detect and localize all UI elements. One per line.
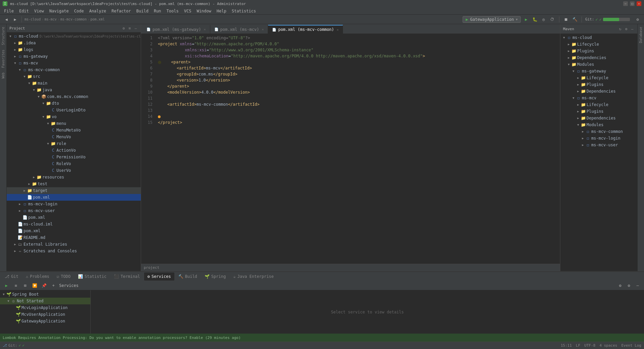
tab-statistic[interactable]: 📊 Statistic [75,272,110,281]
maven-item-modules1[interactable]: ▼ 📁 Modules [560,61,637,68]
tab-close-btn[interactable]: ✕ [337,28,339,32]
maven-minimize-btn[interactable]: — [630,27,635,31]
maven-item-plugins1[interactable]: ▶ 📁 Plugins [560,48,637,54]
menu-code[interactable]: Code [72,8,87,14]
tree-item-menuvo[interactable]: C MenuVo [7,134,141,140]
tab-terminal[interactable]: ⬛ Terminal [111,272,143,281]
maven-item-ms-cloud[interactable]: ▼ ◻ ms-cloud [560,34,637,41]
tree-item-ms-mcv-user[interactable]: ▶ ◻ ms-mcv-user [7,207,141,214]
back-button[interactable]: ◀ [3,16,10,23]
tree-item-uservo[interactable]: C UserVo [7,167,141,174]
debug-button[interactable]: 🐛 [531,16,538,23]
maven-item-deps-gw[interactable]: ▶ 📁 Dependencies [560,88,637,95]
tree-item-permissionvo[interactable]: C PermissionVo [7,154,141,160]
add-btn[interactable]: + [50,282,57,289]
tree-item-ms-mcv[interactable]: ▼ ◻ ms-mcv [7,60,141,66]
maven-item-ms-mcv-common[interactable]: ▶ ◻ ms-mcv-common [560,128,637,135]
tab-problems[interactable]: ⚠ Problems [23,272,53,281]
tab-java-enterprise[interactable]: ☕ Java Enterprise [230,272,277,281]
service-gateway[interactable]: 🌱 GatewayApplication [0,318,90,325]
tree-item-menu-folder[interactable]: ▼ 📁 menu [7,120,141,127]
tree-item-pom-mcv[interactable]: 📄 pom.xml [7,214,141,221]
structure-label[interactable]: Structure [1,26,6,46]
maven-refresh-btn[interactable]: ↻ [618,27,622,31]
maven-item-ms-gateway[interactable]: ▼ ◻ ms-gateway [560,68,637,74]
maven-item-lifecycle1[interactable]: ▶ 📁 Lifecycle [560,41,637,48]
spring-boot-group[interactable]: ▼ 🌱 Spring Boot [0,291,90,298]
menu-vcs[interactable]: VCS [181,8,194,14]
tree-item-readme[interactable]: 📝 README.md [7,234,141,241]
stop-button[interactable]: ⏹ [563,16,569,23]
not-started-group[interactable]: ▼ ◎ Not Started [0,298,90,304]
tab-pom-gateway[interactable]: 📄 pom.xml (ms-gateway) ✕ [142,25,210,34]
tree-item-idea[interactable]: ▶ 📁 .idea [7,40,141,46]
settings-button[interactable]: ⚙ [634,16,641,23]
maven-item-lifecycle-mcv[interactable]: ▶ 📁 Lifecycle [560,101,637,108]
run-button[interactable]: ▶ [523,16,529,23]
project-tree[interactable]: ▼ ◻ ms-cloud D:\work\JavaTeam\workspace\… [7,32,141,271]
services-minimize-btn[interactable]: — [634,282,641,289]
encoding-label[interactable]: UTF-8 [584,343,595,348]
run-service-btn[interactable]: ▶ [3,282,10,289]
tab-git[interactable]: ⎇ Git [1,272,22,281]
tree-item-actionvo[interactable]: C ActionVo [7,147,141,154]
pin-btn[interactable]: 📌 [40,282,48,289]
menu-tools[interactable]: Tools [164,8,181,14]
tree-item-package[interactable]: ▼ 📦 com.ms.mcv.common [7,93,141,100]
tab-close-btn[interactable]: ✕ [204,28,206,31]
tree-item-ms-cloud[interactable]: ▼ ◻ ms-cloud D:\work\JavaTeam\workspace\… [7,33,141,40]
menu-navigate[interactable]: Navigate [47,8,72,14]
tree-item-target[interactable]: ▶ 📁 target [7,187,141,194]
list-view-btn[interactable]: ≡ [12,282,19,289]
service-mcv-login[interactable]: 🌱 McvLoginApplication [0,304,90,311]
tree-item-scratches[interactable]: ▶ ✏ Scratches and Consoles [7,248,141,254]
menu-edit[interactable]: Edit [16,8,32,14]
tree-item-external-libs[interactable]: ▶ 🗂 External Libraries [7,241,141,248]
maximize-button[interactable]: □ [630,1,635,6]
maven-item-plugins-mcv[interactable]: ▶ 📁 Plugins [560,108,637,115]
breadcrumb-ms-mcv-common[interactable]: ms-mcv-common [60,17,87,21]
tree-item-logs[interactable]: ▶ 📁 logs [7,46,141,53]
tree-item-menumetavo[interactable]: C MenuMetaVo [7,127,141,134]
profile-button[interactable]: ⏱ [549,16,556,23]
tree-item-role[interactable]: ▼ 📁 role [7,140,141,147]
tab-pom-mcv-common[interactable]: 📄 pom.xml (ms-mcv-common) ✕ [268,25,343,34]
menu-refactor[interactable]: Refactor [109,8,134,14]
breadcrumb-pom-xml[interactable]: pom.xml [90,17,104,21]
service-mcv-user[interactable]: 🌱 McvUserApplication [0,311,90,318]
services-panel[interactable]: ▼ 🌱 Spring Boot ▼ ◎ Not Started 🌱 McvLog… [0,290,91,334]
tree-item-rolevo[interactable]: C RoleVo [7,160,141,167]
panel-settings-btn[interactable]: ⚙ [121,26,126,31]
maven-item-deps-mcv[interactable]: ▶ 📁 Dependencies [560,115,637,121]
tree-item-resources[interactable]: ▶ 📁 resources [7,174,141,181]
minimize-button[interactable]: — [623,1,628,6]
git-status-item[interactable]: ⎇ Git: ✓ ✓ [3,343,25,348]
tree-item-pom-root[interactable]: 📄 pom.xml [7,228,141,234]
menu-analyze[interactable]: Analyze [86,8,109,14]
services-gear-btn[interactable]: ⚙ [625,282,633,289]
menu-file[interactable]: File [1,8,16,14]
tree-item-ms-gateway[interactable]: ▶ ◻ ms-gateway [7,53,141,60]
tab-build[interactable]: 🔨 Build [175,272,201,281]
menu-build[interactable]: Build [134,8,151,14]
maven-item-ms-mcv-user[interactable]: ▶ ◻ ms-mcv-user [560,142,637,148]
filter-btn[interactable]: 🔽 [31,282,38,289]
tab-close-btn[interactable]: ✕ [262,28,264,31]
code-content[interactable]: <?xml version="1.0" encoding="UTF-8"?> <… [155,34,560,264]
menu-view[interactable]: View [32,8,47,14]
menu-help[interactable]: Help [214,8,229,14]
tree-item-main[interactable]: ▼ 📁 main [7,80,141,87]
tree-item-pom-xml-common[interactable]: 📄 pom.xml [7,194,141,201]
tree-item-vo[interactable]: ▼ 📁 vo [7,113,141,120]
maven-tree[interactable]: ▼ ◻ ms-cloud ▶ 📁 Lifecycle ▶ 📁 Plugins ▶… [560,34,637,271]
run-config-dropdown[interactable]: ▶ GatewayApplication ▼ [463,16,521,23]
menu-statistics[interactable]: Statistics [229,8,259,14]
tree-item-ms-cloud-iml[interactable]: 📄 ms-cloud.iml [7,221,141,228]
line-sep-label[interactable]: LF [576,343,580,348]
code-editor[interactable]: 1 2 3 4 5 6 7 8 9 10 11 12 13 14 15 [141,34,560,264]
tab-services[interactable]: ⚙ Services [144,272,174,281]
services-settings-btn[interactable]: ⚙ [616,282,624,289]
indent-label[interactable]: 4 spaces [599,343,617,348]
database-label[interactable]: Database [638,26,643,44]
tree-item-ms-mcv-login[interactable]: ▶ ◻ ms-mcv-login [7,201,141,207]
